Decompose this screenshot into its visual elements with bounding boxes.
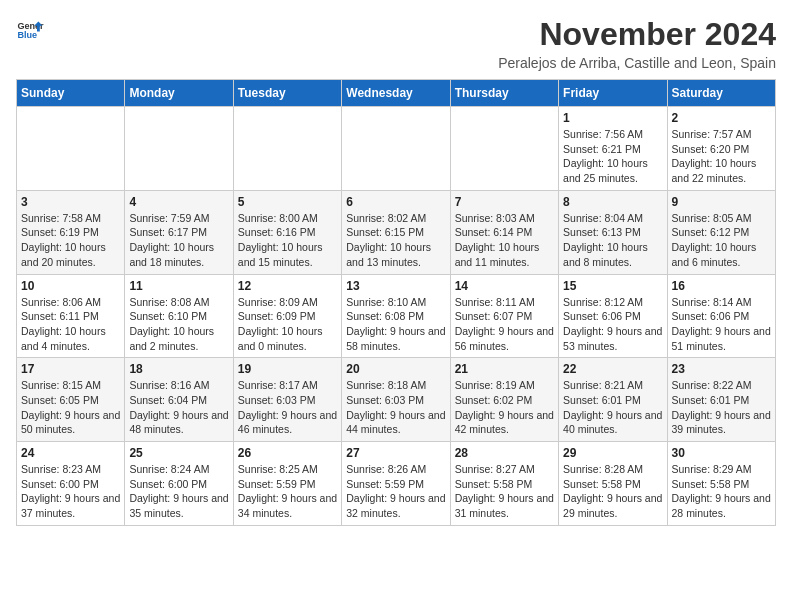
svg-text:Blue: Blue bbox=[17, 30, 37, 40]
table-row: 2Sunrise: 7:57 AM Sunset: 6:20 PM Daylig… bbox=[667, 107, 775, 191]
title-area: November 2024 Peralejos de Arriba, Casti… bbox=[498, 16, 776, 71]
calendar-header-row: Sunday Monday Tuesday Wednesday Thursday… bbox=[17, 80, 776, 107]
day-number: 14 bbox=[455, 279, 554, 293]
day-info: Sunrise: 7:59 AM Sunset: 6:17 PM Dayligh… bbox=[129, 211, 228, 270]
day-info: Sunrise: 7:58 AM Sunset: 6:19 PM Dayligh… bbox=[21, 211, 120, 270]
day-info: Sunrise: 8:19 AM Sunset: 6:02 PM Dayligh… bbox=[455, 378, 554, 437]
table-row: 4Sunrise: 7:59 AM Sunset: 6:17 PM Daylig… bbox=[125, 190, 233, 274]
table-row: 15Sunrise: 8:12 AM Sunset: 6:06 PM Dayli… bbox=[559, 274, 667, 358]
calendar-week-4: 17Sunrise: 8:15 AM Sunset: 6:05 PM Dayli… bbox=[17, 358, 776, 442]
day-info: Sunrise: 8:25 AM Sunset: 5:59 PM Dayligh… bbox=[238, 462, 337, 521]
day-number: 27 bbox=[346, 446, 445, 460]
day-info: Sunrise: 8:29 AM Sunset: 5:58 PM Dayligh… bbox=[672, 462, 771, 521]
table-row: 17Sunrise: 8:15 AM Sunset: 6:05 PM Dayli… bbox=[17, 358, 125, 442]
table-row: 30Sunrise: 8:29 AM Sunset: 5:58 PM Dayli… bbox=[667, 442, 775, 526]
day-info: Sunrise: 8:23 AM Sunset: 6:00 PM Dayligh… bbox=[21, 462, 120, 521]
calendar-week-1: 1Sunrise: 7:56 AM Sunset: 6:21 PM Daylig… bbox=[17, 107, 776, 191]
day-info: Sunrise: 8:00 AM Sunset: 6:16 PM Dayligh… bbox=[238, 211, 337, 270]
day-info: Sunrise: 8:11 AM Sunset: 6:07 PM Dayligh… bbox=[455, 295, 554, 354]
col-thursday: Thursday bbox=[450, 80, 558, 107]
day-number: 21 bbox=[455, 362, 554, 376]
day-info: Sunrise: 8:14 AM Sunset: 6:06 PM Dayligh… bbox=[672, 295, 771, 354]
table-row: 25Sunrise: 8:24 AM Sunset: 6:00 PM Dayli… bbox=[125, 442, 233, 526]
table-row: 11Sunrise: 8:08 AM Sunset: 6:10 PM Dayli… bbox=[125, 274, 233, 358]
table-row: 13Sunrise: 8:10 AM Sunset: 6:08 PM Dayli… bbox=[342, 274, 450, 358]
table-row: 22Sunrise: 8:21 AM Sunset: 6:01 PM Dayli… bbox=[559, 358, 667, 442]
calendar-week-5: 24Sunrise: 8:23 AM Sunset: 6:00 PM Dayli… bbox=[17, 442, 776, 526]
day-number: 28 bbox=[455, 446, 554, 460]
table-row bbox=[233, 107, 341, 191]
calendar-week-2: 3Sunrise: 7:58 AM Sunset: 6:19 PM Daylig… bbox=[17, 190, 776, 274]
day-info: Sunrise: 8:16 AM Sunset: 6:04 PM Dayligh… bbox=[129, 378, 228, 437]
table-row: 18Sunrise: 8:16 AM Sunset: 6:04 PM Dayli… bbox=[125, 358, 233, 442]
calendar-table: Sunday Monday Tuesday Wednesday Thursday… bbox=[16, 79, 776, 526]
day-number: 23 bbox=[672, 362, 771, 376]
table-row: 26Sunrise: 8:25 AM Sunset: 5:59 PM Dayli… bbox=[233, 442, 341, 526]
col-monday: Monday bbox=[125, 80, 233, 107]
day-info: Sunrise: 8:02 AM Sunset: 6:15 PM Dayligh… bbox=[346, 211, 445, 270]
day-number: 7 bbox=[455, 195, 554, 209]
day-info: Sunrise: 8:08 AM Sunset: 6:10 PM Dayligh… bbox=[129, 295, 228, 354]
day-number: 30 bbox=[672, 446, 771, 460]
table-row: 28Sunrise: 8:27 AM Sunset: 5:58 PM Dayli… bbox=[450, 442, 558, 526]
table-row: 21Sunrise: 8:19 AM Sunset: 6:02 PM Dayli… bbox=[450, 358, 558, 442]
day-number: 19 bbox=[238, 362, 337, 376]
day-info: Sunrise: 8:18 AM Sunset: 6:03 PM Dayligh… bbox=[346, 378, 445, 437]
table-row bbox=[125, 107, 233, 191]
logo: General Blue bbox=[16, 16, 44, 44]
day-number: 9 bbox=[672, 195, 771, 209]
table-row: 7Sunrise: 8:03 AM Sunset: 6:14 PM Daylig… bbox=[450, 190, 558, 274]
table-row: 12Sunrise: 8:09 AM Sunset: 6:09 PM Dayli… bbox=[233, 274, 341, 358]
col-friday: Friday bbox=[559, 80, 667, 107]
table-row: 8Sunrise: 8:04 AM Sunset: 6:13 PM Daylig… bbox=[559, 190, 667, 274]
table-row: 6Sunrise: 8:02 AM Sunset: 6:15 PM Daylig… bbox=[342, 190, 450, 274]
day-info: Sunrise: 8:06 AM Sunset: 6:11 PM Dayligh… bbox=[21, 295, 120, 354]
table-row: 3Sunrise: 7:58 AM Sunset: 6:19 PM Daylig… bbox=[17, 190, 125, 274]
day-number: 3 bbox=[21, 195, 120, 209]
day-info: Sunrise: 8:26 AM Sunset: 5:59 PM Dayligh… bbox=[346, 462, 445, 521]
table-row bbox=[17, 107, 125, 191]
logo-icon: General Blue bbox=[16, 16, 44, 44]
day-number: 1 bbox=[563, 111, 662, 125]
day-info: Sunrise: 8:12 AM Sunset: 6:06 PM Dayligh… bbox=[563, 295, 662, 354]
day-info: Sunrise: 8:28 AM Sunset: 5:58 PM Dayligh… bbox=[563, 462, 662, 521]
day-number: 22 bbox=[563, 362, 662, 376]
day-number: 17 bbox=[21, 362, 120, 376]
page-header: General Blue November 2024 Peralejos de … bbox=[16, 16, 776, 71]
day-number: 15 bbox=[563, 279, 662, 293]
day-number: 25 bbox=[129, 446, 228, 460]
day-number: 18 bbox=[129, 362, 228, 376]
day-info: Sunrise: 8:21 AM Sunset: 6:01 PM Dayligh… bbox=[563, 378, 662, 437]
day-number: 5 bbox=[238, 195, 337, 209]
day-number: 16 bbox=[672, 279, 771, 293]
day-number: 26 bbox=[238, 446, 337, 460]
col-saturday: Saturday bbox=[667, 80, 775, 107]
day-number: 29 bbox=[563, 446, 662, 460]
day-info: Sunrise: 7:57 AM Sunset: 6:20 PM Dayligh… bbox=[672, 127, 771, 186]
day-number: 10 bbox=[21, 279, 120, 293]
col-wednesday: Wednesday bbox=[342, 80, 450, 107]
table-row: 24Sunrise: 8:23 AM Sunset: 6:00 PM Dayli… bbox=[17, 442, 125, 526]
table-row: 20Sunrise: 8:18 AM Sunset: 6:03 PM Dayli… bbox=[342, 358, 450, 442]
table-row: 16Sunrise: 8:14 AM Sunset: 6:06 PM Dayli… bbox=[667, 274, 775, 358]
table-row bbox=[342, 107, 450, 191]
day-number: 13 bbox=[346, 279, 445, 293]
day-info: Sunrise: 8:04 AM Sunset: 6:13 PM Dayligh… bbox=[563, 211, 662, 270]
day-info: Sunrise: 8:15 AM Sunset: 6:05 PM Dayligh… bbox=[21, 378, 120, 437]
day-number: 2 bbox=[672, 111, 771, 125]
day-info: Sunrise: 8:27 AM Sunset: 5:58 PM Dayligh… bbox=[455, 462, 554, 521]
day-info: Sunrise: 8:17 AM Sunset: 6:03 PM Dayligh… bbox=[238, 378, 337, 437]
day-info: Sunrise: 8:22 AM Sunset: 6:01 PM Dayligh… bbox=[672, 378, 771, 437]
table-row: 27Sunrise: 8:26 AM Sunset: 5:59 PM Dayli… bbox=[342, 442, 450, 526]
table-row: 9Sunrise: 8:05 AM Sunset: 6:12 PM Daylig… bbox=[667, 190, 775, 274]
day-info: Sunrise: 8:05 AM Sunset: 6:12 PM Dayligh… bbox=[672, 211, 771, 270]
day-number: 8 bbox=[563, 195, 662, 209]
day-info: Sunrise: 8:24 AM Sunset: 6:00 PM Dayligh… bbox=[129, 462, 228, 521]
table-row: 5Sunrise: 8:00 AM Sunset: 6:16 PM Daylig… bbox=[233, 190, 341, 274]
table-row: 10Sunrise: 8:06 AM Sunset: 6:11 PM Dayli… bbox=[17, 274, 125, 358]
day-number: 24 bbox=[21, 446, 120, 460]
day-number: 4 bbox=[129, 195, 228, 209]
day-number: 20 bbox=[346, 362, 445, 376]
day-number: 6 bbox=[346, 195, 445, 209]
col-tuesday: Tuesday bbox=[233, 80, 341, 107]
